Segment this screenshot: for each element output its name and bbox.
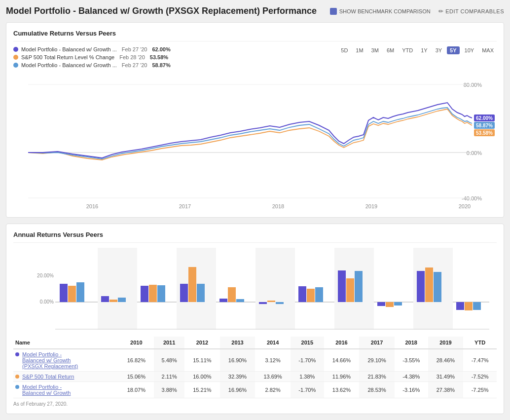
svg-rect-56 — [434, 272, 441, 302]
row-2-2011: 3.88% — [154, 382, 184, 398]
col-header-2017: 2017 — [359, 337, 395, 349]
legend-value-1: 53.58% — [150, 54, 168, 60]
cumulative-chart-svg: 80.00% 0.00% -40.00% 2016 2017 2018 2019… — [13, 72, 497, 210]
page-header: Model Portfolio - Balanced w/ Growth (PX… — [6, 6, 504, 16]
col-header-2011: 2011 — [154, 337, 184, 349]
col-header-2016: 2016 — [324, 337, 360, 349]
row-2-dot — [15, 385, 19, 389]
svg-rect-51 — [377, 302, 385, 306]
svg-rect-53 — [394, 302, 402, 305]
col-header-ytd: YTD — [463, 337, 497, 349]
row-2-2016: 13.62% — [324, 382, 360, 398]
row-1-2010: 15.06% — [119, 372, 154, 382]
svg-text:80.00%: 80.00% — [464, 82, 482, 88]
svg-rect-22 — [98, 248, 137, 329]
svg-rect-42 — [259, 302, 267, 304]
time-btn-10y[interactable]: 10Y — [462, 46, 477, 54]
time-btn-1y[interactable]: 1Y — [418, 46, 430, 54]
legend-dot-1 — [13, 55, 18, 60]
time-btn-5d[interactable]: 5D — [338, 46, 351, 54]
as-of-label: As of February 27, 2020. — [13, 401, 497, 407]
svg-rect-40 — [228, 287, 236, 302]
row-1-2018: -4.38% — [395, 372, 428, 382]
time-btn-3y[interactable]: 3Y — [433, 46, 445, 54]
table-row-0: Model Portfolio -Balanced w/ Growth(PXSG… — [13, 349, 497, 372]
row-0-dot — [15, 352, 19, 356]
row-1-2017: 21.83% — [359, 372, 395, 382]
time-btn-1m[interactable]: 1M — [353, 46, 366, 54]
row-2-ytd: -7.25% — [463, 382, 497, 398]
svg-rect-59 — [473, 302, 481, 310]
row-1-ytd: -7.52% — [463, 372, 497, 382]
annual-chart-wrapper: 20.00% 0.00% — [13, 248, 497, 337]
legend-date-2: Feb 27 '20 — [122, 62, 147, 68]
col-header-2010: 2010 — [119, 337, 154, 349]
svg-rect-50 — [355, 271, 363, 302]
svg-rect-0 — [18, 72, 492, 210]
row-0-2012: 15.11% — [184, 349, 220, 372]
time-btn-ytd[interactable]: YTD — [399, 46, 416, 54]
table-row-2: Model Portfolio -Balanced w/ Growth 18.0… — [13, 382, 497, 398]
row-1-2013: 32.39% — [220, 372, 255, 382]
row-0-name: Model Portfolio -Balanced w/ Growth(PXSG… — [13, 349, 119, 372]
annual-data-table: Name 2010 2011 2012 2013 2014 2015 2016 … — [13, 337, 497, 398]
row-2-2013: 16.96% — [220, 382, 255, 398]
row-1-link[interactable]: S&P 500 Total Return — [22, 374, 74, 380]
table-row-1: S&P 500 Total Return 15.06% 2.11% 16.00%… — [13, 372, 497, 382]
svg-text:2018: 2018 — [272, 203, 284, 209]
cumulative-card-title: Cumulative Returns Versus Peers — [13, 30, 497, 41]
row-1-2016: 11.96% — [324, 372, 360, 382]
checkbox-icon — [330, 8, 337, 15]
svg-text:0.00%: 0.00% — [40, 299, 54, 305]
svg-text:2017: 2017 — [179, 203, 191, 209]
col-header-2013: 2013 — [220, 337, 255, 349]
row-0-2011: 5.48% — [154, 349, 184, 372]
svg-text:2020: 2020 — [459, 203, 471, 209]
time-btn-6m[interactable]: 6M — [384, 46, 397, 54]
row-0-2017: 29.10% — [359, 349, 395, 372]
legend-name-0: Model Portfolio - Balanced w/ Growth ... — [21, 46, 117, 52]
header-controls: SHOW BENCHMARK COMPARISON ✏ EDIT COMPARA… — [330, 8, 504, 15]
row-2-2017: 28.53% — [359, 382, 395, 398]
row-0-2014: 3.12% — [255, 349, 291, 372]
benchmark-checkbox[interactable]: SHOW BENCHMARK COMPARISON — [330, 8, 431, 15]
row-2-name: Model Portfolio -Balanced w/ Growth — [13, 382, 119, 398]
svg-rect-24 — [255, 248, 295, 329]
edit-label: EDIT COMPARABLES — [445, 8, 504, 14]
svg-rect-46 — [307, 289, 315, 302]
svg-text:53.58%: 53.58% — [476, 130, 493, 136]
svg-rect-36 — [180, 284, 188, 302]
svg-rect-57 — [456, 302, 464, 310]
row-0-2016: 14.66% — [324, 349, 360, 372]
edit-comparables-button[interactable]: ✏ EDIT COMPARABLES — [438, 8, 504, 15]
legend-date-1: Feb 28 '20 — [119, 54, 145, 60]
row-1-2012: 16.00% — [184, 372, 220, 382]
svg-rect-48 — [338, 270, 346, 302]
svg-rect-45 — [298, 286, 306, 302]
col-header-2014: 2014 — [255, 337, 291, 349]
benchmark-label: SHOW BENCHMARK COMPARISON — [339, 8, 431, 14]
row-1-name: S&P 500 Total Return — [13, 372, 119, 382]
svg-rect-35 — [157, 285, 165, 302]
svg-rect-49 — [346, 278, 354, 302]
row-0-link[interactable]: Model Portfolio -Balanced w/ Growth(PXSG… — [22, 351, 78, 369]
row-2-link[interactable]: Model Portfolio -Balanced w/ Growth — [22, 384, 71, 396]
col-header-name: Name — [13, 337, 119, 349]
row-0-2013: 16.90% — [220, 349, 255, 372]
row-2-2012: 15.21% — [184, 382, 220, 398]
annual-card-title: Annual Returns Versus Peers — [13, 231, 497, 243]
table-header-row: Name 2010 2011 2012 2013 2014 2015 2016 … — [13, 337, 497, 349]
svg-rect-28 — [68, 286, 76, 302]
svg-rect-31 — [109, 300, 117, 302]
row-1-2014: 13.69% — [255, 372, 291, 382]
col-header-2018: 2018 — [395, 337, 428, 349]
annual-bar-chart-svg: 20.00% 0.00% — [13, 248, 497, 337]
time-btn-3m[interactable]: 3M — [368, 46, 382, 54]
svg-rect-58 — [465, 302, 473, 310]
time-btn-max[interactable]: MAX — [479, 46, 497, 54]
time-btn-5y[interactable]: 5Y — [447, 46, 459, 54]
legend-name-2: Model Portfolio - Balanced w/ Growth ... — [21, 62, 117, 68]
svg-rect-39 — [219, 299, 227, 302]
row-1-2011: 2.11% — [154, 372, 184, 382]
col-header-2012: 2012 — [184, 337, 220, 349]
